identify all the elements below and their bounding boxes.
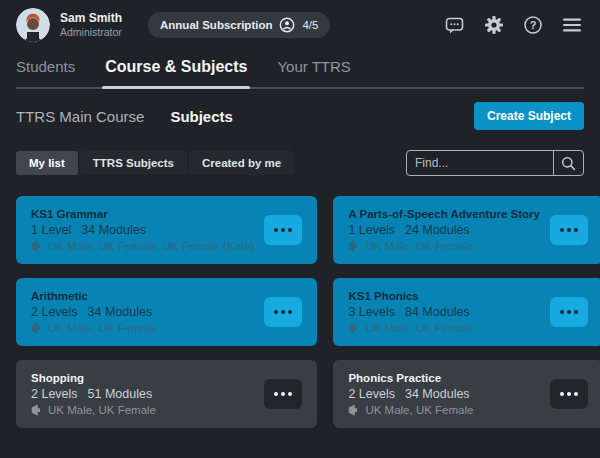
card-voices-text: UK Male, UK Female bbox=[48, 322, 156, 334]
subject-card[interactable]: KS1 Phonics 3 Levels 84 Modules UK Male,… bbox=[333, 278, 600, 346]
card-meta: 2 Levels 51 Modules bbox=[31, 387, 156, 401]
card-voices: UK Male, UK Female bbox=[348, 404, 473, 416]
create-subject-button[interactable]: Create Subject bbox=[474, 102, 584, 130]
subject-card[interactable]: Shopping 2 Levels 51 Modules UK Male, UK… bbox=[16, 360, 317, 428]
card-meta: 3 Levels 84 Modules bbox=[348, 305, 473, 319]
card-levels: 2 Levels bbox=[348, 387, 395, 401]
top-bar: Sam Smith Administrator Annual Subscript… bbox=[0, 0, 600, 48]
subscription-label: Annual Subscription bbox=[160, 19, 272, 31]
topbar-icons: ? bbox=[442, 13, 584, 38]
card-voices-text: UK Male, UK Female bbox=[48, 404, 156, 416]
card-voices: UK Male, UK Female bbox=[348, 240, 540, 252]
app-window: Sam Smith Administrator Annual Subscript… bbox=[0, 0, 600, 458]
card-title: A Parts-of-Speech Adventure Story bbox=[348, 208, 540, 220]
card-levels: 2 Levels bbox=[31, 305, 78, 319]
account-icon bbox=[279, 17, 295, 33]
card-voices-text: UK Male, UK Female, UK Female (Kate) bbox=[48, 240, 254, 252]
subscription-count: 4/5 bbox=[302, 19, 318, 31]
card-text: Shopping 2 Levels 51 Modules UK Male, UK… bbox=[31, 372, 156, 416]
card-voices-text: UK Male, UK Female bbox=[365, 322, 473, 334]
card-title: Shopping bbox=[31, 372, 156, 384]
card-text: Phonics Practice 2 Levels 34 Modules UK … bbox=[348, 372, 473, 416]
user-role: Administrator bbox=[60, 27, 122, 39]
card-voices: UK Male, UK Female bbox=[31, 404, 156, 416]
card-options-button[interactable] bbox=[550, 297, 588, 327]
subject-card[interactable]: Phonics Practice 2 Levels 34 Modules UK … bbox=[333, 360, 600, 428]
speaker-icon bbox=[348, 404, 360, 416]
menu-button[interactable] bbox=[560, 14, 584, 36]
ellipsis-icon bbox=[560, 392, 564, 396]
card-voices: UK Male, UK Female, UK Female (Kate) bbox=[31, 240, 254, 252]
svg-text:?: ? bbox=[530, 19, 537, 31]
chat-icon bbox=[444, 15, 465, 36]
card-text: KS1 Phonics 3 Levels 84 Modules UK Male,… bbox=[348, 290, 473, 334]
card-title: Phonics Practice bbox=[348, 372, 473, 384]
card-modules: 34 Modules bbox=[405, 387, 470, 401]
secondary-nav: TTRS Main Course Subjects Create Subject bbox=[16, 102, 584, 130]
card-voices-text: UK Male, UK Female bbox=[365, 404, 473, 416]
tab-students[interactable]: Students bbox=[16, 58, 75, 87]
card-title: Arithmetic bbox=[31, 290, 156, 302]
filter-ttrs-subjects[interactable]: TTRS Subjects bbox=[80, 151, 187, 175]
subscription-pill[interactable]: Annual Subscription 4/5 bbox=[148, 12, 330, 38]
search-box bbox=[406, 150, 584, 176]
ellipsis-icon bbox=[560, 228, 564, 232]
filter-created-by-me[interactable]: Created by me bbox=[189, 151, 294, 175]
card-meta: 2 Levels 34 Modules bbox=[348, 387, 473, 401]
card-voices: UK Male, UK Female bbox=[348, 322, 473, 334]
search-button[interactable] bbox=[553, 151, 583, 175]
card-modules: 34 Modules bbox=[88, 305, 153, 319]
user-info: Sam Smith Administrator bbox=[60, 12, 122, 39]
subject-card[interactable]: KS1 Grammar 1 Level 34 Modules UK Male, … bbox=[16, 196, 317, 264]
card-title: KS1 Grammar bbox=[31, 208, 254, 220]
avatar[interactable] bbox=[16, 8, 50, 42]
card-options-button[interactable] bbox=[264, 215, 302, 245]
subject-card[interactable]: Arithmetic 2 Levels 34 Modules UK Male, … bbox=[16, 278, 317, 346]
ellipsis-icon bbox=[274, 310, 278, 314]
card-meta: 1 Level 34 Modules bbox=[31, 223, 254, 237]
card-options-button[interactable] bbox=[550, 379, 588, 409]
card-options-button[interactable] bbox=[264, 297, 302, 327]
filter-my-list[interactable]: My list bbox=[16, 151, 78, 175]
speaker-icon bbox=[31, 404, 43, 416]
search-icon bbox=[561, 156, 576, 171]
subnav-ttrs-main-course[interactable]: TTRS Main Course bbox=[16, 108, 144, 125]
primary-tabs: Students Course & Subjects Your TTRS bbox=[16, 58, 584, 89]
avatar-image bbox=[16, 8, 50, 42]
messages-button[interactable] bbox=[442, 13, 467, 38]
user-name: Sam Smith bbox=[60, 12, 122, 25]
help-icon: ? bbox=[523, 15, 543, 35]
subject-card[interactable]: A Parts-of-Speech Adventure Story 1 Leve… bbox=[333, 196, 600, 264]
card-text: KS1 Grammar 1 Level 34 Modules UK Male, … bbox=[31, 208, 254, 252]
card-levels: 1 Level bbox=[31, 223, 71, 237]
speaker-icon bbox=[31, 240, 43, 252]
speaker-icon bbox=[348, 240, 360, 252]
settings-button[interactable] bbox=[482, 13, 506, 37]
filter-segments: My list TTRS Subjects Created by me bbox=[16, 151, 294, 175]
card-title: KS1 Phonics bbox=[348, 290, 473, 302]
tab-your-ttrs[interactable]: Your TTRS bbox=[277, 58, 350, 87]
card-levels: 3 Levels bbox=[348, 305, 395, 319]
hamburger-icon bbox=[562, 16, 582, 34]
ellipsis-icon bbox=[274, 392, 278, 396]
gear-icon bbox=[484, 15, 504, 35]
subnav-subjects[interactable]: Subjects bbox=[170, 108, 233, 125]
filter-row: My list TTRS Subjects Created by me bbox=[16, 150, 584, 176]
card-options-button[interactable] bbox=[550, 215, 588, 245]
subjects-grid: KS1 Grammar 1 Level 34 Modules UK Male, … bbox=[16, 196, 584, 428]
speaker-icon bbox=[31, 322, 43, 334]
tab-course-and-subjects[interactable]: Course & Subjects bbox=[105, 58, 247, 87]
card-text: Arithmetic 2 Levels 34 Modules UK Male, … bbox=[31, 290, 156, 334]
card-voices: UK Male, UK Female bbox=[31, 322, 156, 334]
card-modules: 24 Modules bbox=[405, 223, 470, 237]
ellipsis-icon bbox=[560, 310, 564, 314]
search-input[interactable] bbox=[407, 151, 553, 175]
card-options-button[interactable] bbox=[264, 379, 302, 409]
ellipsis-icon bbox=[274, 228, 278, 232]
card-text: A Parts-of-Speech Adventure Story 1 Leve… bbox=[348, 208, 540, 252]
card-meta: 2 Levels 34 Modules bbox=[31, 305, 156, 319]
card-levels: 1 Levels bbox=[348, 223, 395, 237]
card-meta: 1 Levels 24 Modules bbox=[348, 223, 540, 237]
help-button[interactable]: ? bbox=[521, 13, 545, 37]
card-voices-text: UK Male, UK Female bbox=[365, 240, 473, 252]
